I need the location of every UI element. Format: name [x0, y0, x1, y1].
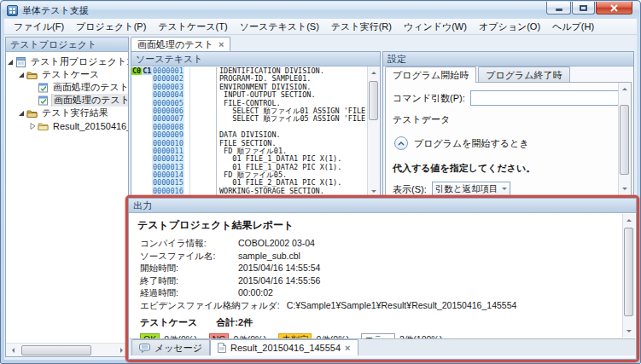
testcase-icon — [38, 95, 49, 106]
expander-collapsed-icon[interactable] — [28, 122, 37, 130]
tab-program-end[interactable]: プログラム終了時 — [478, 66, 569, 82]
field-value: C:¥Sample1¥Sample1¥Result¥Result_2015041… — [287, 299, 517, 312]
report-title: テストプロジェクト結果レポート — [137, 218, 627, 233]
close-button[interactable] — [596, 2, 632, 14]
tree-horizontal-scrollbar[interactable] — [6, 343, 128, 356]
minimize-button[interactable] — [546, 2, 571, 14]
tree-item-test-results[interactable]: テスト実行結果 — [6, 107, 128, 119]
field-label: 終了時間: — [137, 274, 238, 287]
data-column — [189, 75, 217, 83]
expander-expanded-icon[interactable] — [6, 58, 15, 66]
data-column — [189, 131, 217, 139]
scrollbar-track[interactable] — [623, 226, 635, 326]
document-icon — [218, 343, 226, 353]
menu-testcase[interactable]: テストケース(T) — [152, 19, 233, 35]
field-value: 2015/04/16 14:55:54 — [238, 262, 320, 274]
scroll-down-button[interactable] — [619, 183, 632, 195]
settings-vertical-scrollbar[interactable] — [618, 83, 631, 195]
test-project-panel: テストプロジェクト テスト用プロジェクト140825( テストケース 画面処理の… — [5, 37, 129, 357]
tree-item-project[interactable]: テスト用プロジェクト140825( — [6, 55, 128, 68]
menu-project[interactable]: プロジェクト(P) — [70, 19, 152, 35]
scrollbar-thumb[interactable] — [369, 81, 378, 120]
tree-item-label: テスト実行結果 — [40, 107, 110, 119]
tab-close-icon[interactable]: × — [219, 40, 224, 49]
arrow-right-icon — [120, 348, 125, 353]
scroll-down-button[interactable] — [623, 326, 636, 338]
arrow-down-icon — [626, 330, 632, 335]
scroll-up-button[interactable] — [623, 214, 636, 226]
scrollbar-thumb[interactable] — [21, 345, 91, 355]
coverage-c1-badge: C1 — [142, 67, 152, 75]
scrollbar-thumb[interactable] — [624, 228, 633, 316]
scroll-up-button[interactable] — [368, 66, 381, 78]
folder-icon — [26, 108, 38, 118]
tab-result-file[interactable]: Result_20150416_145554 × — [210, 339, 358, 355]
window-title: 単体テスト支援 — [22, 4, 89, 17]
collapse-section-button[interactable] — [394, 136, 408, 150]
data-column — [189, 84, 217, 91]
message-icon — [139, 344, 150, 353]
data-column — [189, 164, 217, 171]
tab-messages[interactable]: メッセージ — [131, 339, 210, 355]
menu-sourcetext[interactable]: ソーステキスト(S) — [234, 19, 325, 35]
output-panel: 出力 テストプロジェクト結果レポート コンパイラ情報:COBOL2002 03-… — [128, 198, 637, 360]
display-dropdown[interactable]: 引数と返却項目 — [432, 182, 511, 196]
scroll-up-button[interactable] — [619, 83, 632, 95]
source-text-panel: ソーステキスト C0C1 0000001 IDENTIFICATION DIVI… — [131, 51, 381, 199]
command-args-input[interactable] — [470, 90, 624, 106]
expander-expanded-icon[interactable] — [17, 71, 26, 79]
tree-item-label: Result_20150416_145 — [51, 121, 128, 131]
folder-icon — [26, 70, 38, 80]
scroll-left-button[interactable] — [6, 344, 19, 356]
test-project-header: テストプロジェクト — [6, 38, 128, 52]
data-column — [189, 115, 217, 123]
scrollbar-thumb[interactable] — [620, 105, 629, 175]
data-column — [189, 107, 217, 115]
data-column — [189, 171, 217, 179]
tab-close-icon[interactable]: × — [345, 344, 350, 352]
tree-item-testcases[interactable]: テストケース — [6, 68, 128, 81]
minimize-icon — [556, 9, 562, 11]
source-vertical-scrollbar[interactable] — [367, 66, 380, 198]
menu-bar: ファイル(F) プロジェクト(P) テストケース(T) ソーステキスト(S) テ… — [4, 19, 637, 35]
project-icon — [15, 57, 26, 67]
scrollbar-track[interactable] — [619, 95, 631, 183]
source-code-area[interactable]: C0C1 0000001 IDENTIFICATION DIVISION. 00… — [131, 66, 367, 198]
document-tab-bar: 画面処理のテスト × — [131, 37, 230, 51]
field-label: ソースファイル名: — [137, 250, 238, 263]
output-vertical-scrollbar[interactable] — [622, 214, 635, 338]
window-controls — [545, 2, 632, 14]
command-args-label: コマンド引数(P): — [393, 92, 465, 105]
assign-value-instruction: 代入する値を指定してください。 — [393, 162, 624, 175]
arrow-up-icon — [626, 217, 632, 222]
tab-screen-test[interactable]: 画面処理のテスト × — [131, 37, 230, 51]
field-label: 開始時間: — [137, 262, 238, 274]
test-data-label: テストデータ — [393, 113, 624, 126]
tree-item-screen-test-added[interactable]: 画面処理のテスト_追加分 — [6, 94, 128, 107]
title-bar: 単体テスト支援 — [2, 2, 639, 19]
menu-testrun[interactable]: テスト実行(R) — [325, 19, 398, 35]
settings-header: 設定 — [383, 52, 633, 66]
code-text: SELECT 順ファイル05 ASSIGN 'FILE'. — [217, 115, 367, 123]
maximize-icon — [580, 5, 587, 11]
arrow-up-icon — [622, 85, 627, 90]
tree-item-screen-test[interactable]: 画面処理のテスト — [6, 81, 128, 94]
menu-window[interactable]: ウィンドウ(W) — [398, 19, 473, 35]
tab-label: 画面処理のテスト — [137, 38, 213, 51]
arrow-up-icon — [371, 69, 376, 74]
scrollbar-track[interactable] — [368, 78, 380, 186]
arrow-left-icon — [9, 348, 15, 353]
coverage-c0-badge: C0 — [131, 67, 142, 75]
menu-options[interactable]: オプション(O) — [473, 19, 546, 35]
tree-item-result-folder[interactable]: Result_20150416_145 — [6, 119, 128, 132]
menu-file[interactable]: ファイル(F) — [8, 19, 70, 35]
maximize-button[interactable] — [572, 2, 595, 14]
expander-expanded-icon[interactable] — [17, 109, 26, 118]
source-text-header: ソーステキスト — [131, 52, 380, 66]
result-folder-icon — [38, 121, 49, 131]
menu-help[interactable]: ヘルプ(H) — [546, 19, 600, 35]
tab-program-start[interactable]: プログラム開始時 — [385, 66, 476, 83]
data-column — [189, 91, 217, 99]
data-column — [189, 179, 217, 187]
display-label: 表示(S): — [393, 183, 427, 196]
